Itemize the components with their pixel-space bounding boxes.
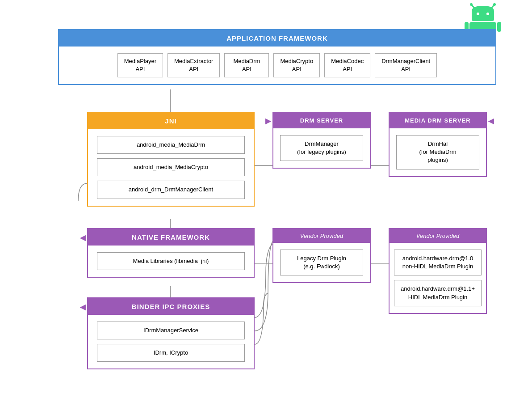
drmhal-item: DrmHal(for MediaDrmplugins) — [396, 135, 479, 169]
binder-arrow: ◀ — [80, 302, 86, 311]
vendor-hidl-header: Vendor Provided — [390, 229, 486, 243]
vendor-hidl-body: android.hardware.drm@1.0non-HIDL MediaDr… — [390, 243, 486, 313]
idrm-manager-service-item: IDrmManagerService — [97, 322, 245, 339]
media-drm-server-block: ◀ MEDIA DRM SERVER DrmHal(for MediaDrmpl… — [389, 112, 487, 177]
jni-header: JNI — [88, 113, 254, 129]
svg-rect-8 — [497, 22, 501, 32]
hidl-drm-1-0-item: android.hardware.drm@1.0non-HIDL MediaDr… — [394, 250, 482, 275]
jni-item-drmManager: android_drm_DrmManagerClient — [97, 181, 245, 199]
mediaextractor-api: MediaExtractorAPI — [168, 53, 220, 77]
mediacodec-api: MediaCodecAPI — [324, 53, 370, 77]
native-framework-body: Media Libraries (libmedia_jni) — [88, 246, 254, 277]
jni-item-mediaDrm: android_media_MediaDrm — [97, 136, 245, 154]
jni-body: android_media_MediaDrm android_media_Med… — [88, 129, 254, 206]
native-framework-arrow: ◀ — [80, 233, 86, 241]
media-drm-server-header: ◀ MEDIA DRM SERVER — [390, 113, 486, 128]
binder-body: IDrmManagerService IDrm, ICrypto — [88, 315, 254, 368]
vendor-legacy-body: Legacy Drm Plugin(e.g. Fwdlock) — [273, 243, 370, 282]
mediacrypto-api: MediaCryptoAPI — [273, 53, 320, 77]
drm-server-block: ▶ DRM SERVER DrmManager(for legacy plugi… — [272, 112, 371, 169]
svg-point-1 — [470, 3, 473, 6]
drm-manager-item: DrmManager(for legacy plugins) — [280, 135, 363, 161]
drm-server-header: ▶ DRM SERVER — [273, 113, 370, 128]
vendor-legacy-header: Vendor Provided — [273, 229, 370, 243]
legacy-drm-plugin-item: Legacy Drm Plugin(e.g. Fwdlock) — [280, 250, 363, 275]
svg-point-3 — [493, 3, 496, 6]
app-framework-body: MediaPlayerAPI MediaExtractorAPI MediaDr… — [59, 47, 495, 84]
binder-block: ◀ BINDER IPC PROXIES IDrmManagerService … — [87, 297, 255, 369]
vendor-legacy-block: Vendor Provided Legacy Drm Plugin(e.g. F… — [272, 228, 371, 283]
media-drm-server-body: DrmHal(for MediaDrmplugins) — [390, 128, 486, 176]
jni-item-mediaCrypto: android_media_MediaCrypto — [97, 158, 245, 176]
mediaplayer-api: MediaPlayerAPI — [117, 53, 163, 77]
hidl-drm-1-1-item: android.hardware.drm@1.1+HIDL MediaDrm P… — [394, 280, 482, 306]
app-framework-block: APPLICATION FRAMEWORK MediaPlayerAPI Med… — [58, 29, 496, 85]
svg-point-5 — [486, 13, 489, 15]
drmmanagerclient-api: DrmManagerClientAPI — [375, 53, 437, 77]
native-framework-block: ◀ NATIVE FRAMEWORK Media Libraries (libm… — [87, 228, 255, 278]
media-libraries-item: Media Libraries (libmedia_jni) — [97, 252, 245, 270]
native-framework-header: ◀ NATIVE FRAMEWORK — [88, 229, 254, 246]
drm-server-arrow: ▶ — [265, 116, 271, 125]
diagram-container: APPLICATION FRAMEWORK MediaPlayerAPI Med… — [0, 0, 532, 398]
drm-server-body: DrmManager(for legacy plugins) — [273, 128, 370, 168]
svg-point-4 — [477, 13, 479, 15]
binder-header: ◀ BINDER IPC PROXIES — [88, 298, 254, 315]
mediadrm-api: MediaDrmAPI — [224, 53, 269, 77]
vendor-hidl-block: Vendor Provided android.hardware.drm@1.0… — [389, 228, 487, 314]
idrm-icrypto-item: IDrm, ICrypto — [97, 344, 245, 362]
media-drm-server-arrow: ◀ — [488, 116, 494, 125]
app-framework-header: APPLICATION FRAMEWORK — [59, 30, 495, 47]
jni-block: JNI android_media_MediaDrm android_media… — [87, 112, 255, 207]
